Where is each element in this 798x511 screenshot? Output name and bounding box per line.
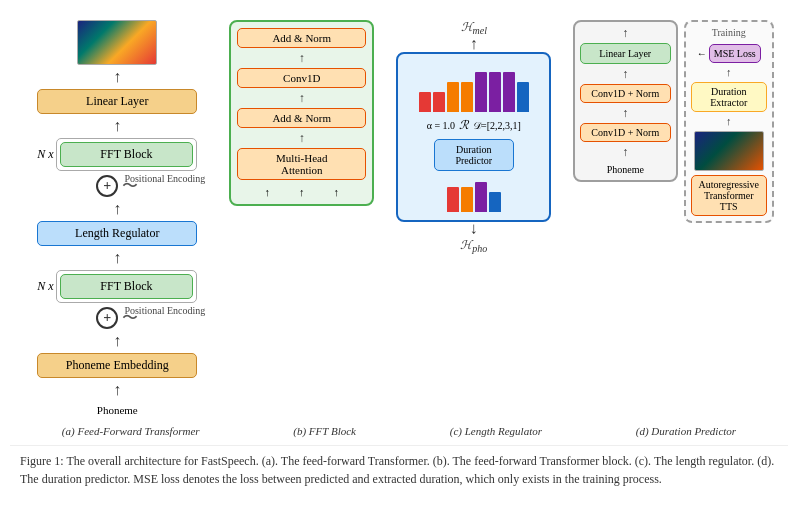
- arrow-c-1: ↑: [470, 36, 478, 52]
- section-a: ↑ Linear Layer ↑ N x FFT Block + 〜 Posit…: [20, 20, 215, 416]
- length-regulator-box: Length Regulator: [37, 221, 197, 246]
- pho-bars: [447, 177, 501, 212]
- arch-col-a: ↑ Linear Layer ↑ N x FFT Block + 〜 Posit…: [37, 20, 197, 416]
- d-linear-layer: Linear Layer: [580, 43, 671, 64]
- arrow-up-5: ↑: [113, 333, 121, 349]
- duration-predictor-box: Duration Predictor: [434, 139, 514, 171]
- add-norm-bottom: Add & Norm: [237, 108, 366, 128]
- caption-c: (c) Length Regulator: [450, 425, 542, 437]
- linear-layer-box: Linear Layer: [37, 89, 197, 114]
- section-b: Add & Norm ↑ Conv1D ↑ Add & Norm ↑ Multi…: [224, 20, 379, 206]
- pe-label-top: Positional Encoding: [124, 173, 205, 184]
- nx-label-bottom: N x: [37, 279, 53, 294]
- arrow-fft-3: ↑: [299, 132, 305, 144]
- arrow-up-2: ↑: [113, 118, 121, 134]
- positional-encoding-bottom: + 〜 Positional Encoding: [37, 307, 197, 329]
- arrow-b3: ↑: [333, 186, 339, 198]
- section-c: ℋmel ↑ α = 1.0: [389, 20, 559, 255]
- dp-main: ↑ Linear Layer ↑ Conv1D + Norm ↑ Conv1D …: [573, 20, 774, 223]
- autoregressive-tts-box: Autoregressive Transformer TTS: [691, 175, 767, 216]
- alpha-label: α = 1.0: [427, 120, 455, 131]
- plus-icon-top: +: [96, 175, 118, 197]
- arrow-up-6: ↑: [113, 382, 121, 398]
- arrow-d-3: ↑: [622, 107, 628, 119]
- figure-caption: Figure 1: The overall architecture for F…: [10, 445, 788, 494]
- arrow-c-2: ↑: [470, 222, 478, 238]
- captions-row: (a) Feed-Forward Transformer (b) FFT Blo…: [10, 421, 788, 441]
- main-container: ↑ Linear Layer ↑ N x FFT Block + 〜 Posit…: [10, 10, 788, 494]
- pe-label-bottom: Positional Encoding: [124, 305, 205, 316]
- caption-d: (d) Duration Predictor: [636, 425, 736, 437]
- h-pho-label: ℋpho: [460, 238, 487, 254]
- h-mel-label: ℋmel: [461, 20, 487, 36]
- arrow-d-4: ↑: [622, 146, 628, 158]
- spectrogram-image: [77, 20, 157, 65]
- d-conv1d-norm1: Conv1D + Norm: [580, 84, 671, 103]
- plus-icon-bottom: +: [96, 307, 118, 329]
- mse-loss-box: MSE Loss: [709, 44, 761, 63]
- arrow-b2: ↑: [299, 186, 305, 198]
- caption-a: (a) Feed-Forward Transformer: [62, 425, 200, 437]
- section-d: ↑ Linear Layer ↑ Conv1D + Norm ↑ Conv1D …: [568, 20, 778, 223]
- caption-b: (b) FFT Block: [293, 425, 356, 437]
- phoneme-label-a: Phoneme: [97, 404, 138, 416]
- diagrams-row: ↑ Linear Layer ↑ N x FFT Block + 〜 Posit…: [10, 10, 788, 421]
- arrow-left-mse: ←: [697, 48, 707, 59]
- phoneme-label-d: Phoneme: [607, 164, 644, 175]
- duration-extractor-box: Duration Extractor: [691, 82, 767, 112]
- conv1d-box: Conv1D: [237, 68, 366, 88]
- fft-block-bottom: FFT Block: [60, 274, 194, 299]
- arrow-d-r1: ↑: [726, 67, 732, 78]
- h-mel-text: ℋ: [461, 20, 473, 34]
- phoneme-embedding-box: Phoneme Embedding: [37, 353, 197, 378]
- arrow-d-2: ↑: [622, 68, 628, 80]
- fft-inner: Add & Norm ↑ Conv1D ↑ Add & Norm ↑ Multi…: [237, 28, 366, 198]
- arrow-d-r2: ↑: [726, 116, 732, 127]
- arrow-up-3: ↑: [113, 201, 121, 217]
- arrow-up-1: ↑: [113, 69, 121, 85]
- h-pho-sub: pho: [472, 244, 487, 255]
- arrow-fft-2: ↑: [299, 92, 305, 104]
- arrow-b1: ↑: [265, 186, 271, 198]
- positional-encoding-top: + 〜 Positional Encoding: [37, 175, 197, 197]
- training-label: Training: [712, 27, 746, 38]
- add-norm-top: Add & Norm: [237, 28, 366, 48]
- multi-head-attention: Multi-Head Attention: [237, 148, 366, 180]
- lr-outer-box: α = 1.0 ℛ 𝒟=[2,2,3,1] Duration Predictor: [396, 52, 551, 222]
- arrow-fft-1: ↑: [299, 52, 305, 64]
- arrow-up-4: ↑: [113, 250, 121, 266]
- dp-left-col: ↑ Linear Layer ↑ Conv1D + Norm ↑ Conv1D …: [573, 20, 678, 182]
- fft-outer-box: Add & Norm ↑ Conv1D ↑ Add & Norm ↑ Multi…: [229, 20, 374, 206]
- d-conv1d-norm2: Conv1D + Norm: [580, 123, 671, 142]
- curly-r-icon: ℛ: [459, 118, 469, 133]
- dp-right-col: Training ← MSE Loss ↑ Duration Extractor…: [684, 20, 774, 223]
- mel-bars: [419, 62, 529, 112]
- arrow-d-1: ↑: [622, 27, 628, 39]
- d-label: 𝒟=[2,2,3,1]: [473, 120, 521, 132]
- tts-spectrogram: [694, 131, 764, 171]
- nx-label-top: N x: [37, 147, 53, 162]
- h-pho-text: ℋ: [460, 238, 472, 252]
- fft-block-top: FFT Block: [60, 142, 194, 167]
